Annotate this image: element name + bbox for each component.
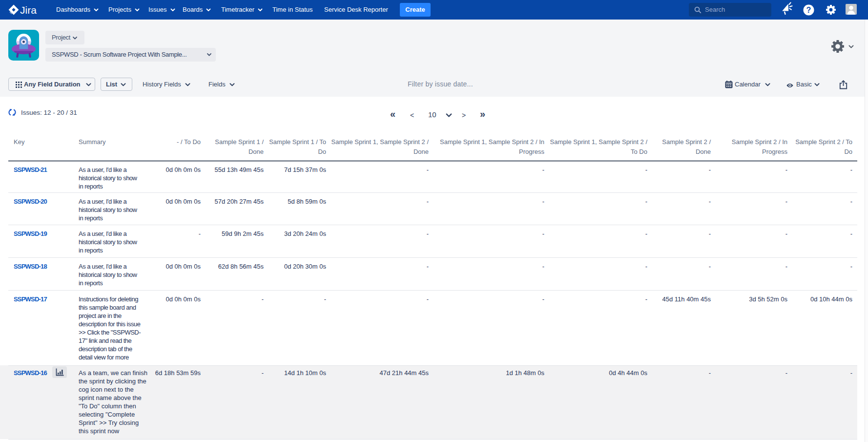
- svg-text:?: ?: [806, 6, 811, 14]
